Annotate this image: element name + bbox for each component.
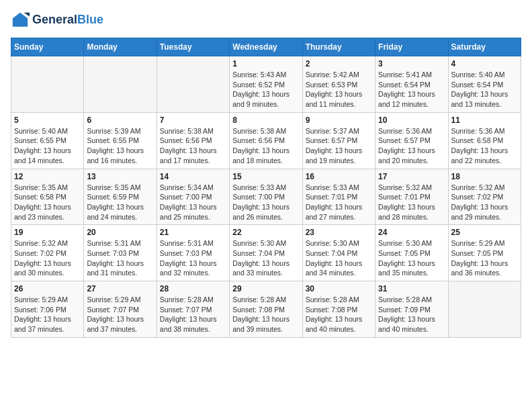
day-number: 14 — [160, 172, 226, 181]
calendar-cell — [11, 56, 84, 113]
calendar-cell: 4Sunrise: 5:40 AM Sunset: 6:54 PM Daylig… — [448, 56, 521, 113]
day-number: 8 — [232, 116, 299, 125]
calendar-cell: 30Sunrise: 5:28 AM Sunset: 7:08 PM Dayli… — [302, 281, 375, 338]
calendar-cell: 10Sunrise: 5:36 AM Sunset: 6:57 PM Dayli… — [375, 112, 448, 169]
day-number: 7 — [160, 116, 226, 125]
calendar-cell — [157, 56, 229, 113]
day-number: 11 — [451, 116, 518, 125]
day-number: 27 — [87, 284, 153, 293]
calendar-cell: 13Sunrise: 5:35 AM Sunset: 6:59 PM Dayli… — [84, 169, 157, 225]
day-header-sunday: Sunday — [11, 38, 84, 56]
day-info: Sunrise: 5:28 AM Sunset: 7:07 PM Dayligh… — [160, 295, 226, 334]
day-number: 19 — [14, 228, 81, 237]
day-number: 9 — [306, 116, 372, 125]
day-number: 1 — [232, 59, 299, 68]
calendar-cell: 3Sunrise: 5:41 AM Sunset: 6:54 PM Daylig… — [375, 56, 448, 113]
calendar-cell: 31Sunrise: 5:28 AM Sunset: 7:09 PM Dayli… — [375, 281, 448, 338]
day-header-saturday: Saturday — [448, 38, 521, 56]
day-info: Sunrise: 5:29 AM Sunset: 7:06 PM Dayligh… — [14, 295, 81, 334]
calendar-cell: 11Sunrise: 5:36 AM Sunset: 6:58 PM Dayli… — [448, 112, 521, 169]
calendar-cell: 20Sunrise: 5:31 AM Sunset: 7:03 PM Dayli… — [84, 225, 157, 281]
day-number: 22 — [232, 228, 299, 237]
day-info: Sunrise: 5:36 AM Sunset: 6:57 PM Dayligh… — [378, 126, 445, 166]
day-number: 21 — [160, 228, 226, 237]
day-info: Sunrise: 5:42 AM Sunset: 6:53 PM Dayligh… — [306, 70, 372, 109]
day-info: Sunrise: 5:43 AM Sunset: 6:52 PM Dayligh… — [232, 70, 299, 109]
page-header: GeneralBlue — [11, 11, 521, 30]
day-info: Sunrise: 5:36 AM Sunset: 6:58 PM Dayligh… — [451, 126, 518, 166]
day-info: Sunrise: 5:38 AM Sunset: 6:56 PM Dayligh… — [232, 126, 299, 166]
calendar-table: SundayMondayTuesdayWednesdayThursdayFrid… — [11, 38, 521, 338]
day-number: 18 — [451, 172, 518, 181]
day-number: 29 — [232, 284, 299, 293]
svg-marker-0 — [13, 13, 28, 27]
day-info: Sunrise: 5:31 AM Sunset: 7:03 PM Dayligh… — [87, 238, 153, 278]
day-info: Sunrise: 5:29 AM Sunset: 7:05 PM Dayligh… — [451, 238, 518, 278]
calendar-cell: 17Sunrise: 5:32 AM Sunset: 7:01 PM Dayli… — [375, 169, 448, 225]
day-info: Sunrise: 5:32 AM Sunset: 7:02 PM Dayligh… — [14, 238, 81, 278]
day-header-tuesday: Tuesday — [157, 38, 229, 56]
day-info: Sunrise: 5:39 AM Sunset: 6:55 PM Dayligh… — [87, 126, 153, 166]
day-number: 6 — [87, 116, 153, 125]
day-info: Sunrise: 5:38 AM Sunset: 6:56 PM Dayligh… — [160, 126, 226, 166]
day-number: 17 — [378, 172, 445, 181]
day-info: Sunrise: 5:29 AM Sunset: 7:07 PM Dayligh… — [87, 295, 153, 334]
calendar-cell: 18Sunrise: 5:32 AM Sunset: 7:02 PM Dayli… — [448, 169, 521, 225]
day-info: Sunrise: 5:28 AM Sunset: 7:09 PM Dayligh… — [378, 295, 445, 334]
day-number: 28 — [160, 284, 226, 293]
calendar-cell — [448, 281, 521, 338]
day-number: 24 — [378, 228, 445, 237]
day-info: Sunrise: 5:28 AM Sunset: 7:08 PM Dayligh… — [306, 295, 372, 334]
svg-marker-1 — [24, 13, 30, 17]
calendar-cell: 9Sunrise: 5:37 AM Sunset: 6:57 PM Daylig… — [302, 112, 375, 169]
calendar-cell: 22Sunrise: 5:30 AM Sunset: 7:04 PM Dayli… — [230, 225, 302, 281]
day-number: 30 — [306, 284, 372, 293]
day-info: Sunrise: 5:32 AM Sunset: 7:01 PM Dayligh… — [378, 183, 445, 222]
day-number: 5 — [14, 116, 81, 125]
calendar-cell: 25Sunrise: 5:29 AM Sunset: 7:05 PM Dayli… — [448, 225, 521, 281]
calendar-cell: 15Sunrise: 5:33 AM Sunset: 7:00 PM Dayli… — [230, 169, 302, 225]
day-number: 16 — [306, 172, 372, 181]
logo-text: GeneralBlue — [32, 13, 103, 27]
calendar-cell: 28Sunrise: 5:28 AM Sunset: 7:07 PM Dayli… — [157, 281, 229, 338]
calendar-cell: 19Sunrise: 5:32 AM Sunset: 7:02 PM Dayli… — [11, 225, 84, 281]
day-number: 31 — [378, 284, 445, 293]
calendar-cell: 7Sunrise: 5:38 AM Sunset: 6:56 PM Daylig… — [157, 112, 229, 169]
calendar-cell: 1Sunrise: 5:43 AM Sunset: 6:52 PM Daylig… — [230, 56, 302, 113]
calendar-cell: 24Sunrise: 5:30 AM Sunset: 7:05 PM Dayli… — [375, 225, 448, 281]
day-info: Sunrise: 5:30 AM Sunset: 7:04 PM Dayligh… — [306, 238, 372, 278]
day-info: Sunrise: 5:37 AM Sunset: 6:57 PM Dayligh… — [306, 126, 372, 166]
calendar-cell: 29Sunrise: 5:28 AM Sunset: 7:08 PM Dayli… — [230, 281, 302, 338]
day-info: Sunrise: 5:35 AM Sunset: 6:59 PM Dayligh… — [87, 183, 153, 222]
calendar-cell: 14Sunrise: 5:34 AM Sunset: 7:00 PM Dayli… — [157, 169, 229, 225]
day-info: Sunrise: 5:40 AM Sunset: 6:55 PM Dayligh… — [14, 126, 81, 166]
day-number: 23 — [306, 228, 372, 237]
day-number: 26 — [14, 284, 81, 293]
day-header-wednesday: Wednesday — [230, 38, 302, 56]
logo: GeneralBlue — [11, 11, 103, 30]
calendar-cell — [84, 56, 157, 113]
day-number: 2 — [306, 59, 372, 68]
day-info: Sunrise: 5:33 AM Sunset: 7:00 PM Dayligh… — [232, 183, 299, 222]
calendar-cell: 8Sunrise: 5:38 AM Sunset: 6:56 PM Daylig… — [230, 112, 302, 169]
day-number: 3 — [378, 59, 445, 68]
day-header-monday: Monday — [84, 38, 157, 56]
day-number: 12 — [14, 172, 81, 181]
calendar-cell: 6Sunrise: 5:39 AM Sunset: 6:55 PM Daylig… — [84, 112, 157, 169]
day-number: 25 — [451, 228, 518, 237]
day-info: Sunrise: 5:32 AM Sunset: 7:02 PM Dayligh… — [451, 183, 518, 222]
day-info: Sunrise: 5:28 AM Sunset: 7:08 PM Dayligh… — [232, 295, 299, 334]
day-number: 4 — [451, 59, 518, 68]
day-info: Sunrise: 5:30 AM Sunset: 7:04 PM Dayligh… — [232, 238, 299, 278]
day-info: Sunrise: 5:40 AM Sunset: 6:54 PM Dayligh… — [451, 70, 518, 109]
day-info: Sunrise: 5:31 AM Sunset: 7:03 PM Dayligh… — [160, 238, 226, 278]
logo-icon — [11, 11, 30, 30]
day-info: Sunrise: 5:34 AM Sunset: 7:00 PM Dayligh… — [160, 183, 226, 222]
calendar-cell: 21Sunrise: 5:31 AM Sunset: 7:03 PM Dayli… — [157, 225, 229, 281]
calendar-cell: 27Sunrise: 5:29 AM Sunset: 7:07 PM Dayli… — [84, 281, 157, 338]
calendar-cell: 16Sunrise: 5:33 AM Sunset: 7:01 PM Dayli… — [302, 169, 375, 225]
day-number: 15 — [232, 172, 299, 181]
day-header-thursday: Thursday — [302, 38, 375, 56]
calendar-cell: 12Sunrise: 5:35 AM Sunset: 6:58 PM Dayli… — [11, 169, 84, 225]
day-number: 10 — [378, 116, 445, 125]
